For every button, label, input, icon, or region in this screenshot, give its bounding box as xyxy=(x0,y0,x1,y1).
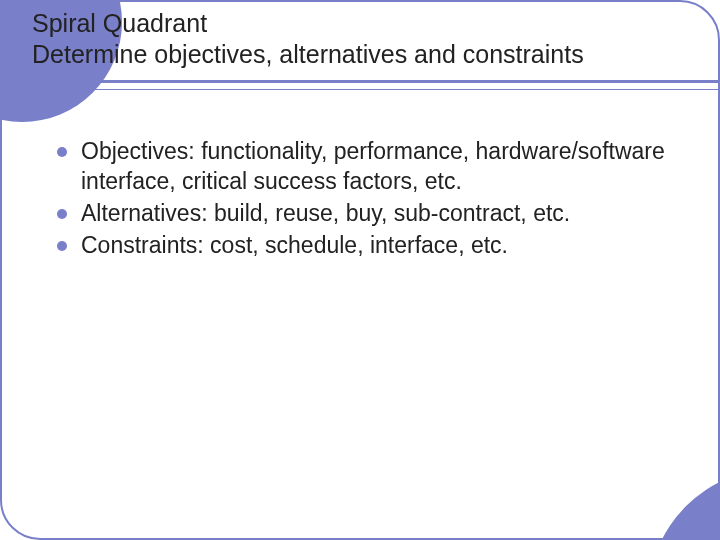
bullet-text: Constraints: cost, schedule, interface, … xyxy=(81,231,508,261)
list-item: Alternatives: build, reuse, buy, sub-con… xyxy=(57,199,678,229)
content-area: Objectives: functionality, performance, … xyxy=(57,137,678,263)
bullet-text: Objectives: functionality, performance, … xyxy=(81,137,678,197)
bullet-icon xyxy=(57,209,67,219)
title-line-2: Determine objectives, alternatives and c… xyxy=(32,39,688,70)
title-underline-thin xyxy=(2,89,718,90)
list-item: Constraints: cost, schedule, interface, … xyxy=(57,231,678,261)
slide-frame: Spiral Quadrant Determine objectives, al… xyxy=(0,0,720,540)
bullet-text: Alternatives: build, reuse, buy, sub-con… xyxy=(81,199,570,229)
title-line-1: Spiral Quadrant xyxy=(32,8,688,39)
bullet-icon xyxy=(57,147,67,157)
bullet-icon xyxy=(57,241,67,251)
title-underline-thick xyxy=(2,80,718,83)
list-item: Objectives: functionality, performance, … xyxy=(57,137,678,197)
bottom-decoration xyxy=(648,468,720,540)
title-block: Spiral Quadrant Determine objectives, al… xyxy=(32,8,688,71)
